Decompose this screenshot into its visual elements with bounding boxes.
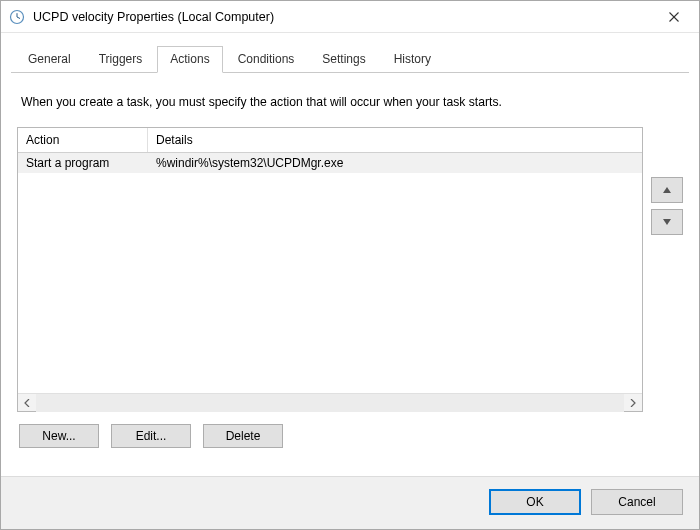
action-buttons-row: New... Edit... Delete <box>17 412 683 448</box>
footer-buttons: OK Cancel <box>489 489 683 515</box>
tab-history[interactable]: History <box>381 46 444 73</box>
tab-settings[interactable]: Settings <box>309 46 378 73</box>
close-button[interactable] <box>653 3 695 31</box>
chevron-down-icon <box>663 219 671 225</box>
tab-actions[interactable]: Actions <box>157 46 222 73</box>
scroll-left-icon[interactable] <box>18 394 36 412</box>
panel-description: When you create a task, you must specify… <box>17 85 683 127</box>
dialog-window: UCPD velocity Properties (Local Computer… <box>0 0 700 530</box>
svg-marker-5 <box>663 187 671 193</box>
cell-action: Start a program <box>18 153 148 173</box>
titlebar: UCPD velocity Properties (Local Computer… <box>1 1 699 33</box>
cell-details: %windir%\system32\UCPDMgr.exe <box>148 153 642 173</box>
content-area: General Triggers Actions Conditions Sett… <box>1 33 699 476</box>
reorder-buttons <box>651 127 683 235</box>
column-header-action[interactable]: Action <box>18 128 148 152</box>
actions-table: Action Details Start a program %windir%\… <box>17 127 643 412</box>
move-down-button[interactable] <box>651 209 683 235</box>
table-row[interactable]: Start a program %windir%\system32\UCPDMg… <box>18 153 642 173</box>
delete-button[interactable]: Delete <box>203 424 283 448</box>
actions-table-body: Start a program %windir%\system32\UCPDMg… <box>18 153 642 393</box>
dialog-footer: OK Cancel <box>1 476 699 529</box>
clock-icon <box>9 9 25 25</box>
scroll-right-icon[interactable] <box>624 394 642 412</box>
horizontal-scrollbar[interactable] <box>18 393 642 411</box>
actions-panel: When you create a task, you must specify… <box>11 73 689 466</box>
scrollbar-track[interactable] <box>36 394 624 412</box>
window-title: UCPD velocity Properties (Local Computer… <box>31 10 653 24</box>
svg-marker-6 <box>663 219 671 225</box>
tab-general[interactable]: General <box>15 46 84 73</box>
cancel-button[interactable]: Cancel <box>591 489 683 515</box>
tab-triggers[interactable]: Triggers <box>86 46 156 73</box>
actions-middle-row: Action Details Start a program %windir%\… <box>17 127 683 412</box>
ok-button[interactable]: OK <box>489 489 581 515</box>
tab-strip: General Triggers Actions Conditions Sett… <box>11 45 689 73</box>
chevron-up-icon <box>663 187 671 193</box>
new-button[interactable]: New... <box>19 424 99 448</box>
edit-button[interactable]: Edit... <box>111 424 191 448</box>
actions-table-header: Action Details <box>18 128 642 153</box>
move-up-button[interactable] <box>651 177 683 203</box>
close-icon <box>669 12 679 22</box>
tab-conditions[interactable]: Conditions <box>225 46 308 73</box>
column-header-details[interactable]: Details <box>148 128 642 152</box>
